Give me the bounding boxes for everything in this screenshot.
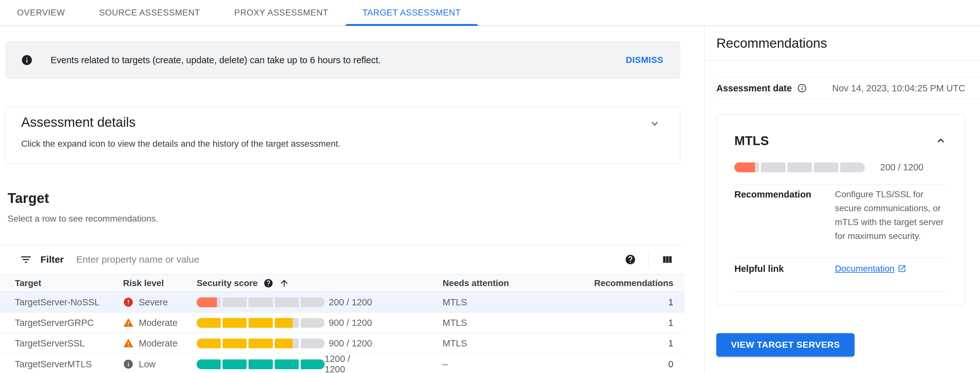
recommendations-count-cell: 1	[601, 333, 684, 353]
col-security-score: Security score	[197, 275, 325, 292]
documentation-link-text: Documentation	[835, 263, 894, 274]
assessment-details-title: Assessment details	[21, 114, 135, 130]
help-icon[interactable]	[263, 278, 274, 288]
open-in-new-icon	[897, 264, 906, 273]
info-outline-icon[interactable]	[797, 83, 807, 93]
score-value-cell: 900 / 1200	[325, 313, 372, 333]
assessment-tabs: OVERVIEW SOURCE ASSESSMENT PROXY ASSESSM…	[0, 0, 980, 26]
chevron-down-icon[interactable]	[648, 117, 661, 130]
target-name-cell: TargetServerGRPC	[0, 313, 123, 333]
documentation-link[interactable]: Documentation	[835, 263, 906, 274]
mtls-recommendation-card: MTLS 200 / 1200 Recommendation Configure…	[716, 114, 965, 305]
target-name-cell: TargetServerSSL	[0, 333, 123, 353]
divider	[649, 251, 649, 268]
needs-attention-cell: MTLS	[372, 313, 601, 333]
low-info-icon	[123, 359, 134, 370]
target-table: Filter Target Risk level Security score	[0, 244, 684, 373]
risk-level-cell: Moderate	[123, 333, 197, 353]
security-score-bar-cell	[197, 292, 325, 312]
col-recommendations: Recommendations	[601, 275, 684, 292]
needs-attention-cell: MTLS	[372, 333, 601, 353]
target-name-cell: TargetServerMTLS	[0, 354, 123, 373]
mtls-score-bar	[734, 162, 865, 172]
filter-label: Filter	[40, 254, 64, 265]
recommendations-count-cell: 0	[601, 354, 684, 373]
recommendation-label: Recommendation	[734, 187, 835, 243]
score-value-cell: 200 / 1200	[325, 292, 372, 312]
helpful-link-label: Helpful link	[734, 262, 835, 276]
column-options-icon[interactable]	[662, 254, 673, 265]
main-content: Events related to targets (create, updat…	[0, 26, 704, 373]
target-section-title: Target	[8, 191, 704, 205]
info-banner: Events related to targets (create, updat…	[5, 41, 680, 79]
help-icon[interactable]	[625, 254, 636, 265]
recommendations-panel: Recommendations Assessment date Nov 14, …	[704, 26, 980, 373]
table-row[interactable]: TargetServerSSL Moderate 900 / 1200 MTLS…	[0, 333, 684, 354]
assessment-details-subtitle: Click the expand icon to view the detail…	[21, 139, 661, 149]
target-section-subtitle: Select a row to see recommendations.	[8, 214, 704, 224]
tab-target-assessment[interactable]: TARGET ASSESSMENT	[345, 0, 478, 25]
risk-level-cell: Moderate	[123, 313, 197, 333]
tab-overview[interactable]: OVERVIEW	[0, 0, 82, 25]
col-target: Target	[0, 275, 123, 292]
divider	[705, 60, 980, 61]
filter-input[interactable]	[76, 254, 625, 265]
table-row[interactable]: TargetServer-NoSSL Severe 200 / 1200 MTL…	[0, 292, 684, 313]
tab-proxy-assessment[interactable]: PROXY ASSESSMENT	[217, 0, 345, 25]
assessment-date-value: Nov 14, 2023, 10:04:25 PM UTC	[832, 83, 965, 94]
target-assessment-page: OVERVIEW SOURCE ASSESSMENT PROXY ASSESSM…	[0, 0, 980, 373]
table-header: Target Risk level Security score Needs a…	[0, 274, 684, 292]
security-score-bar-cell	[197, 313, 325, 333]
recommendations-count-cell: 1	[601, 292, 684, 312]
col-risk-level: Risk level	[123, 275, 197, 292]
sort-ascending-icon[interactable]	[279, 278, 289, 288]
col-needs-attention: Needs attention	[372, 275, 601, 292]
banner-message: Events related to targets (create, updat…	[51, 55, 381, 65]
table-row[interactable]: TargetServerMTLS Low 1200 / 1200 – 0	[0, 354, 684, 373]
panel-title: Recommendations	[716, 37, 965, 50]
recommendations-count-cell: 1	[601, 313, 684, 333]
dismiss-button[interactable]: DISMISS	[625, 55, 663, 65]
recommendation-text: Configure TLS/SSL for secure communicati…	[835, 187, 947, 243]
severe-error-icon	[123, 297, 134, 308]
assessment-details-card: Assessment details Click the expand icon…	[5, 107, 680, 164]
score-value-cell: 1200 / 1200	[325, 354, 372, 373]
security-score-bar-cell	[197, 354, 325, 373]
tab-source-assessment[interactable]: SOURCE ASSESSMENT	[82, 0, 217, 25]
moderate-warning-icon	[123, 338, 134, 349]
mtls-score-label: 200 / 1200	[880, 162, 923, 173]
security-score-label: Security score	[197, 278, 258, 288]
score-value-cell: 900 / 1200	[325, 333, 372, 353]
table-body: TargetServer-NoSSL Severe 200 / 1200 MTL…	[0, 292, 684, 373]
needs-attention-cell: –	[372, 354, 601, 373]
assessment-date-row: Assessment date Nov 14, 2023, 10:04:25 P…	[716, 78, 980, 99]
view-target-servers-button[interactable]: VIEW TARGET SERVERS	[716, 333, 854, 357]
assessment-date-label: Assessment date	[716, 83, 792, 94]
table-row[interactable]: TargetServerGRPC Moderate 900 / 1200 MTL…	[0, 313, 684, 333]
needs-attention-cell: MTLS	[372, 292, 601, 312]
filter-bar: Filter	[0, 244, 684, 274]
risk-level-cell: Low	[123, 354, 197, 373]
mtls-card-title: MTLS	[734, 134, 769, 148]
moderate-warning-icon	[123, 317, 134, 328]
risk-level-cell: Severe	[123, 292, 197, 312]
info-icon	[21, 54, 33, 66]
col-score-value	[325, 275, 372, 292]
security-score-bar-cell	[197, 333, 325, 353]
filter-icon	[20, 253, 32, 266]
chevron-up-icon[interactable]	[934, 134, 947, 147]
target-name-cell: TargetServer-NoSSL	[0, 292, 123, 312]
